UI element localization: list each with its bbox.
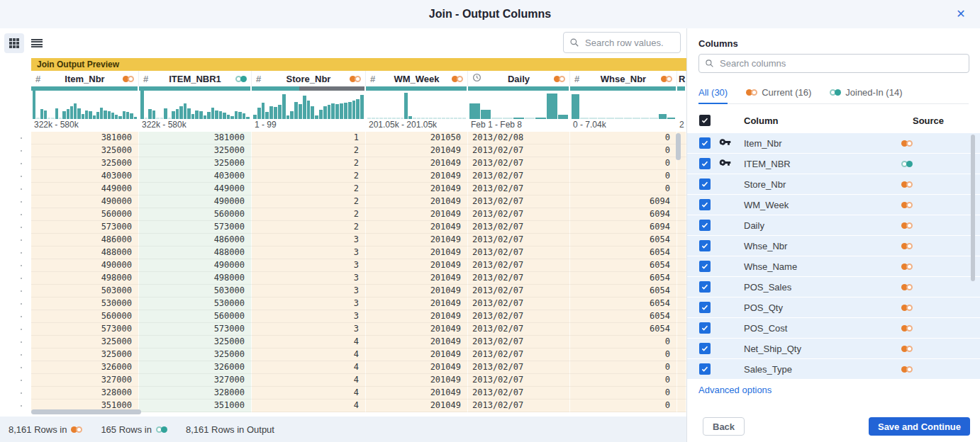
cell-Store_Nbr: 4 xyxy=(252,387,366,400)
preview-range-row: 322k - 580k322k - 580k1 - 99201.05k - 20… xyxy=(31,119,686,132)
row-search-input[interactable] xyxy=(584,37,674,49)
cell-Daily: 2013/02/07 xyxy=(468,387,570,400)
column-header-Daily[interactable]: Daily xyxy=(468,71,570,86)
grid-view-button[interactable] xyxy=(4,33,24,53)
cell-Whse_Nbr: 6094 xyxy=(570,221,677,234)
histogram-Whse_Nbr[interactable] xyxy=(570,91,677,119)
back-button[interactable]: Back xyxy=(703,417,745,436)
column-item-name: Item_Nbr xyxy=(744,138,901,149)
source-header-label: Source xyxy=(913,115,944,126)
horizontal-scrollbar[interactable] xyxy=(31,409,141,414)
column-list-item-WM_Week[interactable]: WM_Week xyxy=(687,195,980,215)
column-checkbox[interactable] xyxy=(699,178,711,190)
column-checkbox[interactable] xyxy=(699,158,711,169)
column-list-item-Daily[interactable]: Daily xyxy=(687,215,980,235)
column-list-item-Item_Nbr[interactable]: Item_Nbr xyxy=(687,133,980,153)
row-marker xyxy=(0,208,31,221)
cell-Store_Nbr: 4 xyxy=(252,374,366,387)
row-count-text: 8,161 Rows in xyxy=(9,424,67,435)
current-source-dots xyxy=(71,426,82,433)
column-header-ITEM_NBR1[interactable]: #ITEM_NBR1 xyxy=(139,71,252,86)
histogram-Item_Nbr[interactable] xyxy=(31,91,139,119)
list-view-button[interactable] xyxy=(27,33,47,53)
column-search-input[interactable] xyxy=(718,57,963,69)
tab-all-30-[interactable]: All (30) xyxy=(698,85,728,103)
cell-partial xyxy=(677,272,686,285)
preview-header-row: #Item_Nbr#ITEM_NBR1#Store_Nbr#WM_WeekDai… xyxy=(31,71,686,86)
histogram-ITEM_NBR1[interactable] xyxy=(139,91,252,119)
column-list-item-POS_Qty[interactable]: POS_Qty xyxy=(687,298,980,317)
row-marker xyxy=(0,387,31,400)
panel-scrollbar[interactable] xyxy=(971,135,975,281)
column-checkbox[interactable] xyxy=(699,137,711,149)
column-name: Item_Nbr xyxy=(47,74,123,84)
cell-ITEM_NBR1: 327000 xyxy=(139,374,252,387)
column-checkbox[interactable] xyxy=(699,220,711,231)
column-checkbox[interactable] xyxy=(699,240,711,251)
column-checkbox[interactable] xyxy=(699,363,711,375)
row-marker xyxy=(0,183,31,196)
key-icon-slot xyxy=(719,157,736,171)
cell-WM_Week: 201049 xyxy=(366,272,468,285)
cell-partial xyxy=(677,208,686,221)
column-checkbox[interactable] xyxy=(699,261,711,272)
cell-Whse_Nbr: 6054 xyxy=(570,310,677,323)
column-name: Daily xyxy=(484,74,554,84)
vertical-scrollbar[interactable] xyxy=(676,133,681,160)
cell-partial xyxy=(677,196,686,208)
column-header-label: Column xyxy=(744,115,868,126)
column-item-name: POS_Sales xyxy=(744,282,901,293)
column-checkbox[interactable] xyxy=(699,343,711,354)
cell-WM_Week: 201049 xyxy=(366,400,468,412)
save-and-continue-button[interactable]: Save and Continue xyxy=(869,417,970,436)
histogram-Daily[interactable] xyxy=(468,91,570,119)
row-marker xyxy=(0,144,31,157)
cell-Store_Nbr: 4 xyxy=(252,348,366,361)
column-list-item-Whse_Name[interactable]: Whse_Name xyxy=(687,256,980,276)
column-list-item-Store_Nbr[interactable]: Store_Nbr xyxy=(687,174,980,194)
cell-Whse_Nbr: 0 xyxy=(570,132,677,144)
tab-current-16-[interactable]: Current (16) xyxy=(746,85,811,103)
column-list-item-Sales_Type[interactable]: Sales_Type xyxy=(687,359,980,379)
column-list-item-ITEM_NBR[interactable]: ITEM_NBR xyxy=(687,154,980,174)
cell-WM_Week: 201049 xyxy=(366,374,468,387)
column-name: Whse_Nbr xyxy=(586,74,661,84)
row-marker xyxy=(0,272,31,285)
cell-Store_Nbr: 3 xyxy=(252,310,366,323)
column-item-name: POS_Cost xyxy=(744,323,901,334)
table-row: 32800032800042010492013/02/070 xyxy=(31,387,686,400)
row-count-text: 165 Rows in xyxy=(101,424,152,435)
cell-Item_Nbr: 449000 xyxy=(31,183,139,196)
histogram-WM_Week[interactable] xyxy=(366,91,468,119)
row-marker xyxy=(0,310,31,323)
column-header-Store_Nbr[interactable]: #Store_Nbr xyxy=(252,71,366,86)
column-checkbox[interactable] xyxy=(699,199,711,210)
row-count: 8,161 Rows in Output xyxy=(186,424,274,435)
column-header-Item_Nbr[interactable]: #Item_Nbr xyxy=(31,71,139,86)
column-list-item-POS_Cost[interactable]: POS_Cost xyxy=(687,318,980,338)
histogram-Store_Nbr[interactable] xyxy=(252,91,366,119)
cell-Whse_Nbr: 6094 xyxy=(570,196,677,208)
column-checkbox[interactable] xyxy=(699,281,711,293)
column-list-item-POS_Sales[interactable]: POS_Sales xyxy=(687,277,980,297)
column-list-item-Whse_Nbr[interactable]: Whse_Nbr xyxy=(687,236,980,256)
preview-histogram-row xyxy=(31,91,686,119)
column-header-WM_Week[interactable]: #WM_Week xyxy=(366,71,468,86)
tab-joined-in-14-[interactable]: Joined-In (14) xyxy=(830,85,902,103)
column-header-Whse_Nbr[interactable]: #Whse_Nbr xyxy=(570,71,677,86)
cell-partial xyxy=(677,234,686,246)
close-icon[interactable]: ✕ xyxy=(953,6,969,22)
advanced-options-link[interactable]: Advanced options xyxy=(698,385,772,395)
cell-Whse_Nbr: 0 xyxy=(570,348,677,361)
column-checkbox[interactable] xyxy=(699,302,711,313)
cell-ITEM_NBR1: 381000 xyxy=(139,132,252,144)
range-label-Item_Nbr: 322k - 580k xyxy=(31,119,139,132)
cell-WM_Week: 201049 xyxy=(366,221,468,234)
cell-ITEM_NBR1: 560000 xyxy=(139,208,252,221)
column-list-item-Net_Ship_Qty[interactable]: Net_Ship_Qty xyxy=(687,339,980,358)
table-row: 48600048600032010492013/02/076054 xyxy=(31,234,686,246)
cell-Store_Nbr: 4 xyxy=(252,361,366,374)
cell-Whse_Nbr: 6054 xyxy=(570,298,677,310)
select-all-checkbox[interactable] xyxy=(699,115,711,126)
column-checkbox[interactable] xyxy=(699,322,711,334)
